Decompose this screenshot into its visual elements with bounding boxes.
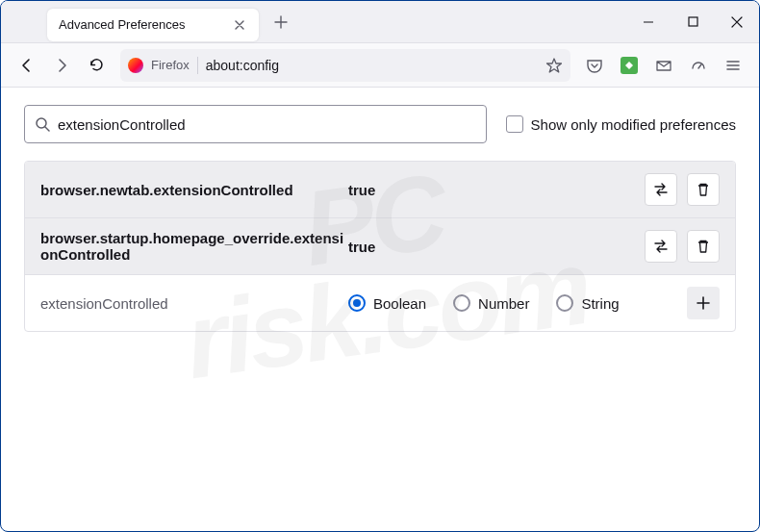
toggle-button[interactable] [645, 230, 677, 263]
show-modified-checkbox[interactable]: Show only modified preferences [506, 115, 736, 133]
radio-string[interactable]: String [556, 294, 619, 312]
pref-value: true [348, 182, 645, 198]
toolbar-extensions [578, 49, 749, 82]
pref-value: true [348, 239, 645, 255]
checkbox-icon [506, 115, 523, 133]
forward-button[interactable] [45, 49, 78, 82]
url-bar[interactable]: Firefox about:config [120, 49, 570, 82]
radio-icon [556, 294, 573, 312]
close-tab-icon[interactable] [232, 17, 247, 33]
search-icon [35, 116, 50, 132]
radio-label: Number [478, 295, 529, 312]
firefox-icon [128, 58, 143, 73]
search-box[interactable] [24, 105, 487, 143]
app-menu-icon[interactable] [717, 49, 749, 82]
back-button[interactable] [11, 49, 43, 82]
svg-rect-0 [689, 17, 697, 26]
maximize-button[interactable] [671, 1, 715, 43]
delete-button[interactable] [687, 230, 720, 263]
search-row: Show only modified preferences [24, 105, 736, 143]
urlbar-address: about:config [206, 58, 279, 73]
radio-boolean[interactable]: Boolean [348, 294, 426, 312]
mail-icon[interactable] [647, 49, 680, 82]
radio-label: String [581, 295, 619, 312]
bookmark-star-icon[interactable] [545, 57, 563, 74]
delete-button[interactable] [687, 173, 720, 206]
new-pref-row: extensionControlled Boolean Number Strin… [25, 274, 735, 331]
aboutconfig-page: Show only modified preferences browser.n… [1, 88, 759, 349]
radio-icon [453, 294, 470, 312]
urlbar-separator [197, 57, 198, 74]
pref-row[interactable]: browser.newtab.extensionControlled true [25, 162, 735, 217]
tab-title: Advanced Preferences [59, 17, 232, 32]
new-tab-button[interactable] [266, 8, 295, 37]
extension-green-icon[interactable] [613, 49, 646, 82]
toggle-button[interactable] [645, 173, 677, 206]
urlbar-brand: Firefox [151, 58, 190, 72]
titlebar: Advanced Preferences [1, 1, 759, 43]
prefs-table: browser.newtab.extensionControlled true … [24, 161, 736, 332]
minimize-button[interactable] [626, 1, 671, 43]
radio-number[interactable]: Number [453, 294, 529, 312]
reload-button[interactable] [80, 49, 113, 82]
pref-name: browser.newtab.extensionControlled [40, 182, 348, 198]
pocket-icon[interactable] [578, 49, 611, 82]
close-window-button[interactable] [715, 1, 759, 43]
pref-name: browser.startup.homepage_override.extens… [40, 230, 348, 263]
pref-row[interactable]: browser.startup.homepage_override.extens… [25, 217, 735, 274]
nav-toolbar: Firefox about:config [1, 43, 759, 88]
type-radio-group: Boolean Number String [348, 294, 687, 312]
new-pref-name: extensionControlled [40, 295, 348, 312]
radio-icon [348, 294, 366, 312]
pref-actions [645, 230, 720, 263]
radio-label: Boolean [373, 295, 426, 312]
checkbox-label: Show only modified preferences [531, 116, 736, 133]
window-controls [626, 1, 759, 43]
dashboard-icon[interactable] [682, 49, 715, 82]
search-input[interactable] [58, 116, 476, 133]
add-pref-button[interactable] [687, 287, 720, 319]
browser-tab[interactable]: Advanced Preferences [47, 9, 259, 41]
pref-actions [645, 173, 720, 206]
